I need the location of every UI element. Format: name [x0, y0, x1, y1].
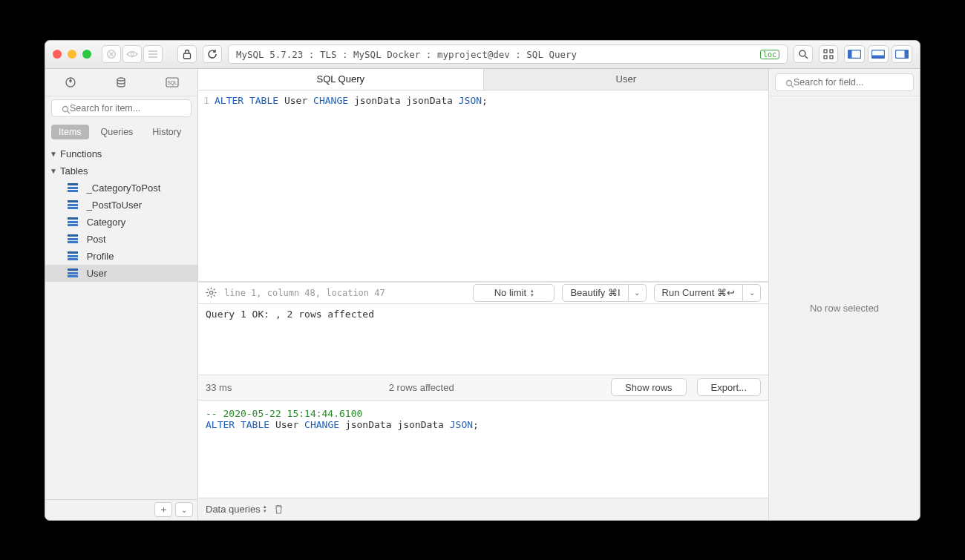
- svg-point-26: [209, 291, 212, 294]
- line-gutter: 1: [198, 90, 212, 281]
- svg-point-8: [799, 50, 805, 56]
- grid-view-button[interactable]: [819, 45, 838, 63]
- sidebar-tab-items[interactable]: Items: [51, 125, 89, 139]
- reload-button[interactable]: [203, 45, 222, 63]
- search-icon: [62, 105, 71, 114]
- tree-group-tables[interactable]: ▼Tables: [45, 162, 197, 179]
- toggle-bottom-panel-button[interactable]: [868, 45, 889, 63]
- table-icon: [68, 269, 78, 277]
- table-item[interactable]: _PostToUser: [45, 197, 197, 214]
- gear-icon[interactable]: [206, 287, 217, 298]
- message-line: Query 1 OK: , 2 rows affected: [206, 309, 761, 320]
- minimize-window-button[interactable]: [68, 50, 76, 59]
- location-badge: loc: [760, 50, 779, 59]
- svg-line-36: [791, 85, 794, 88]
- svg-line-33: [214, 289, 215, 291]
- field-search-input[interactable]: [775, 73, 914, 91]
- table-item[interactable]: Post: [45, 231, 197, 248]
- bottom-bar: Data queries▴▾: [198, 498, 768, 520]
- run-menu-button[interactable]: ⌄: [743, 284, 761, 302]
- history-filter-select[interactable]: Data queries▴▾: [206, 504, 266, 515]
- svg-point-24: [63, 106, 68, 111]
- svg-rect-12: [824, 56, 827, 59]
- cursor-position: line 1, column 48, location 47: [224, 288, 385, 298]
- svg-point-35: [787, 80, 792, 85]
- sidebar-tab-queries[interactable]: Queries: [94, 125, 141, 139]
- beautify-button[interactable]: Beautify ⌘I: [562, 284, 628, 302]
- add-item-button[interactable]: ＋: [154, 502, 172, 517]
- table-item[interactable]: Profile: [45, 248, 197, 265]
- row-limit-select[interactable]: No limit▴▾: [473, 284, 555, 302]
- trash-icon[interactable]: [274, 504, 284, 515]
- svg-line-32: [214, 295, 215, 297]
- svg-rect-15: [848, 50, 852, 59]
- toggle-right-panel-button[interactable]: [892, 45, 912, 63]
- sidebar: SQL Items Queries History ▼Functions ▼Ta…: [45, 69, 198, 520]
- tree-group-functions[interactable]: ▼Functions: [45, 145, 197, 162]
- main-area: SQL Query User 1 ALTER TABLE User CHANGE…: [198, 69, 768, 520]
- editor-status-bar: line 1, column 48, location 47 No limit▴…: [198, 282, 768, 304]
- titlebar: MySQL 5.7.23 : TLS : MySQL Docker : mypr…: [45, 41, 920, 69]
- list-toggle-button[interactable]: [143, 45, 163, 63]
- connection-bar[interactable]: MySQL 5.7.23 : TLS : MySQL Docker : mypr…: [228, 45, 788, 64]
- table-icon: [68, 251, 78, 260]
- sidebar-search-input[interactable]: [51, 99, 192, 117]
- beautify-menu-button[interactable]: ⌄: [629, 284, 647, 302]
- table-icon: [68, 217, 78, 226]
- search-button[interactable]: [794, 45, 813, 63]
- query-history[interactable]: -- 2020-05-22 15:14:44.6100 ALTER TABLE …: [198, 401, 768, 498]
- show-rows-button[interactable]: Show rows: [611, 378, 687, 396]
- rows-affected: 2 rows affected: [389, 382, 454, 393]
- tab-sql-query[interactable]: SQL Query: [198, 69, 484, 90]
- table-icon: [68, 183, 78, 192]
- svg-line-34: [208, 295, 209, 297]
- preview-toggle-button[interactable]: [122, 45, 142, 63]
- sidebar-tab-history[interactable]: History: [145, 125, 189, 139]
- add-menu-chevron-button[interactable]: ⌄: [175, 502, 193, 517]
- table-item[interactable]: Category: [45, 214, 197, 231]
- svg-rect-10: [824, 50, 827, 53]
- toggle-left-panel-button[interactable]: [844, 45, 865, 63]
- app-window: MySQL 5.7.23 : TLS : MySQL Docker : mypr…: [45, 40, 920, 521]
- svg-point-3: [131, 53, 134, 56]
- table-item[interactable]: _CategoryToPost: [45, 179, 197, 197]
- result-bar: 33 ms 2 rows affected Show rows Export..…: [198, 375, 768, 401]
- svg-rect-13: [830, 56, 833, 59]
- query-messages: Query 1 OK: , 2 rows affected: [198, 304, 768, 375]
- connection-icon[interactable]: [59, 73, 82, 91]
- sql-code[interactable]: ALTER TABLE User CHANGE jsonData jsonDat…: [212, 90, 768, 281]
- svg-rect-11: [830, 50, 833, 53]
- table-icon: [68, 200, 78, 209]
- connection-text: MySQL 5.7.23 : TLS : MySQL Docker : mypr…: [236, 49, 577, 60]
- close-window-button[interactable]: [53, 50, 62, 59]
- svg-line-9: [805, 56, 808, 59]
- svg-rect-7: [184, 53, 191, 59]
- lock-button[interactable]: [177, 45, 197, 63]
- inspector-empty: No row selected: [769, 96, 920, 520]
- sql-editor[interactable]: 1 ALTER TABLE User CHANGE jsonData jsonD…: [198, 90, 768, 282]
- table-icon: [68, 234, 78, 243]
- svg-line-31: [208, 289, 209, 291]
- svg-point-21: [117, 78, 125, 81]
- query-time: 33 ms: [206, 382, 232, 393]
- export-button[interactable]: Export...: [697, 378, 761, 396]
- tab-user[interactable]: User: [484, 69, 769, 90]
- svg-rect-19: [905, 50, 909, 59]
- search-icon: [785, 79, 794, 88]
- svg-text:SQL: SQL: [167, 80, 177, 86]
- sql-icon[interactable]: SQL: [161, 73, 183, 91]
- svg-rect-17: [872, 56, 885, 59]
- inspector-panel: No row selected: [768, 69, 920, 520]
- window-controls: [53, 50, 91, 59]
- stop-button[interactable]: [102, 45, 121, 63]
- table-item-user[interactable]: User: [45, 265, 197, 282]
- zoom-window-button[interactable]: [82, 50, 91, 59]
- run-button[interactable]: Run Current ⌘↩: [654, 284, 743, 302]
- database-icon[interactable]: [110, 73, 132, 91]
- svg-line-25: [68, 111, 70, 113]
